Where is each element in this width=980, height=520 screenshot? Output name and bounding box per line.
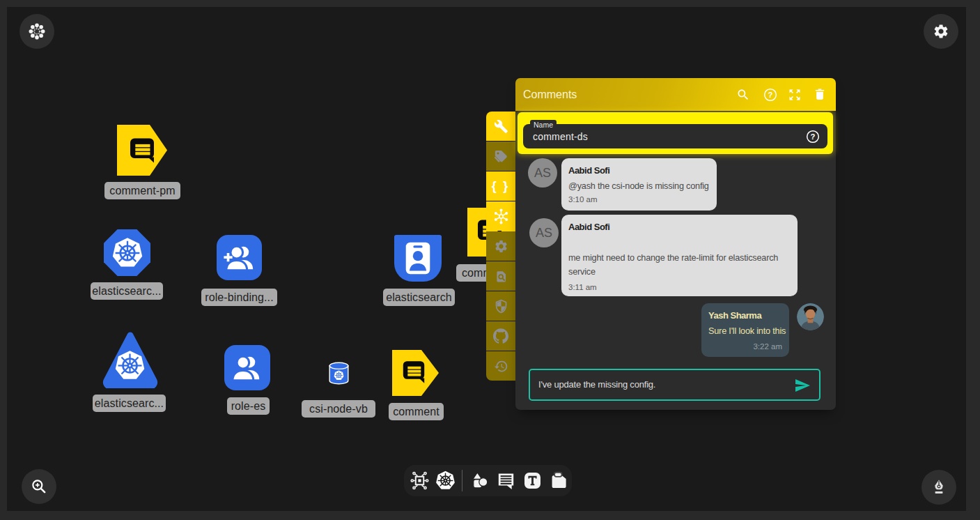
svg-text:?: ? [768,91,773,99]
svg-text:?: ? [811,132,816,141]
